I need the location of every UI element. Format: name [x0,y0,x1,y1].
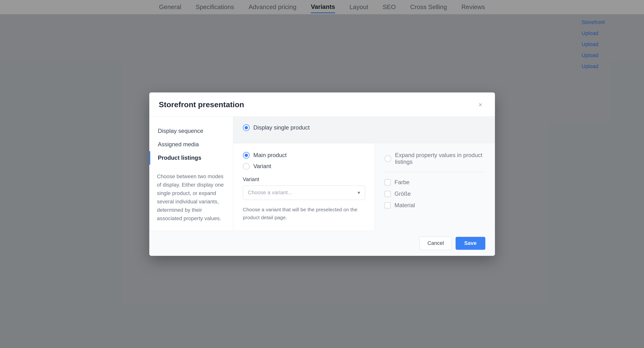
content-left: Main product Variant Variant Choose a va… [233,143,375,231]
display-single-product-radio[interactable]: Display single product [243,124,310,131]
content-area: Main product Variant Variant Choose a va… [233,143,495,231]
modal-footer: Cancel Save [149,231,495,256]
property-grosse-item[interactable]: Größe [384,190,485,197]
property-farbe-item[interactable]: Farbe [384,179,485,186]
variant-dropdown-placeholder: Choose a variant... [248,189,292,196]
expand-property-label: Expand property values in product listin… [395,152,485,165]
main-product-label: Main product [254,152,287,159]
product-type-radio-group: Main product Variant [243,152,365,170]
display-single-product-label: Display single product [254,124,310,131]
modal-header: Storefront presentation × [149,92,495,117]
main-product-radio-circle [243,152,250,159]
modal-sidebar: Display sequence Assigned media Product … [149,117,233,231]
save-button[interactable]: Save [456,237,485,250]
variant-radio-item[interactable]: Variant [243,163,365,170]
farbe-label: Farbe [394,179,410,186]
display-single-product-radio-circle [243,124,250,131]
modal-title: Storefront presentation [159,100,244,109]
variant-dropdown[interactable]: Choose a variant... ▾ [243,185,365,200]
variant-radio-circle [243,163,250,170]
section-divider [384,172,485,172]
variant-label-radio: Variant [254,163,271,170]
storefront-presentation-modal: Storefront presentation × Display sequen… [149,92,495,256]
main-product-radio-item[interactable]: Main product [243,152,365,159]
sidebar-item-product-listings[interactable]: Product listings [149,151,233,165]
material-checkbox[interactable] [384,202,391,208]
display-single-product-section: Display single product [233,117,495,143]
sidebar-item-display-sequence[interactable]: Display sequence [149,124,233,138]
modal-close-button[interactable]: × [476,100,485,110]
cancel-button[interactable]: Cancel [420,237,452,250]
grosse-label: Größe [394,190,411,197]
chevron-down-icon: ▾ [358,190,360,195]
variant-hint-text: Choose a variant that will be the presel… [243,206,365,222]
modal-main: Display single product Main product Vari… [233,117,495,231]
modal-body: Display sequence Assigned media Product … [149,117,495,231]
property-material-item[interactable]: Material [384,202,485,209]
expand-property-radio-circle [384,155,391,162]
expand-property-values-option[interactable]: Expand property values in product listin… [384,152,485,165]
content-right: Expand property values in product listin… [375,143,495,231]
sidebar-item-assigned-media[interactable]: Assigned media [149,138,233,151]
variant-field-label: Variant [243,176,365,183]
sidebar-description: Choose between two modes of display. Eit… [149,172,233,223]
material-label: Material [394,202,415,209]
farbe-checkbox[interactable] [384,179,391,185]
grosse-checkbox[interactable] [384,191,391,197]
